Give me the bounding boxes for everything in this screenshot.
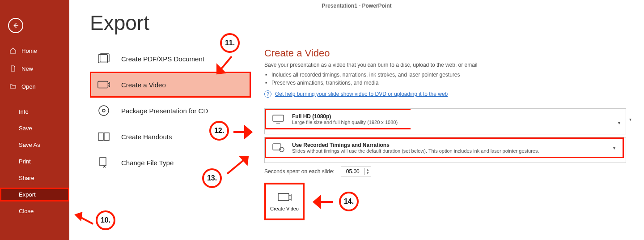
export-option-label: Create Handouts (121, 133, 172, 141)
chevron-down-icon: ▾ (618, 120, 620, 125)
timings-dropdown[interactable]: Use Recorded Timings and Narrations Slid… (265, 137, 624, 158)
home-icon (9, 47, 17, 55)
timings-title: Use Recorded Timings and Narrations (292, 142, 607, 148)
seconds-row: Seconds spent on each slide: ▲ ▼ (264, 167, 626, 176)
page-title: Export (90, 11, 626, 35)
create-video-button[interactable]: Create Video (264, 183, 305, 220)
quality-title: Full HD (1080p) (292, 113, 406, 120)
back-arrow-icon (12, 21, 20, 30)
quality-dropdown-wrap: Full HD (1080p) Large file size and full… (264, 108, 626, 134)
sidebar-item-new[interactable]: New (0, 61, 69, 76)
svg-rect-7 (100, 158, 106, 166)
new-icon (9, 64, 17, 73)
svg-rect-2 (98, 81, 108, 88)
backstage-sidebar: Home New Open Info Save Save As Print Sh… (0, 0, 69, 240)
sidebar-item-export[interactable]: Export (0, 188, 69, 201)
create-video-panel: Create a Video Save your presentation as… (264, 46, 626, 220)
main-panel: Presentation1 - PowerPoint Export Create… (69, 0, 644, 240)
svg-rect-11 (278, 193, 289, 201)
chevron-down-icon: ▾ (629, 117, 634, 122)
sidebar-item-label: Save As (19, 141, 40, 148)
seconds-label: Seconds spent on each slide: (264, 168, 335, 175)
handouts-icon (96, 130, 111, 143)
sidebar-item-label: Print (19, 158, 31, 165)
sidebar-item-home[interactable]: Home (0, 43, 69, 58)
sidebar-item-label: Save (19, 125, 32, 132)
export-option-label: Package Presentation for CD (121, 107, 208, 115)
back-button[interactable] (8, 18, 23, 33)
video-icon (96, 78, 111, 91)
panel-bullets: Includes all recorded timings, narration… (264, 72, 626, 86)
sidebar-item-save[interactable]: Save (0, 121, 69, 135)
svg-point-4 (102, 109, 105, 112)
export-option-label: Create a Video (121, 81, 166, 89)
sidebar-item-label: Share (19, 175, 34, 181)
create-video-label: Create Video (270, 206, 299, 212)
chevron-down-icon: ▾ (613, 146, 618, 150)
sidebar-item-share[interactable]: Share (0, 171, 69, 185)
spinner-down[interactable]: ▼ (365, 171, 371, 175)
sidebar-item-save-as[interactable]: Save As (0, 138, 69, 152)
help-icon: ? (264, 90, 271, 98)
cd-icon (96, 104, 111, 117)
pdf-icon (96, 52, 111, 65)
svg-point-10 (280, 147, 284, 152)
export-options: Create PDF/XPS Document Create a Video P… (90, 46, 251, 220)
export-option-change-file-type[interactable]: Change File Type (90, 150, 251, 176)
export-option-label: Create PDF/XPS Document (121, 55, 204, 63)
video-icon (277, 192, 292, 203)
quality-desc: Large file size and full high quality (1… (292, 120, 406, 125)
monitor-icon (271, 113, 286, 125)
spinner-up[interactable]: ▲ (365, 168, 371, 171)
help-row: ? Get help burning your slide show video… (264, 90, 626, 98)
panel-subtitle: Save your presentation as a video that y… (264, 62, 626, 68)
open-icon (9, 82, 17, 90)
file-type-icon (96, 156, 111, 169)
sidebar-item-label: Export (19, 191, 36, 198)
export-option-label: Change File Type (121, 159, 174, 167)
export-option-package-cd[interactable]: Package Presentation for CD (90, 98, 251, 124)
help-link[interactable]: Get help burning your slide show video t… (275, 91, 448, 97)
export-option-pdf-xps[interactable]: Create PDF/XPS Document (90, 46, 251, 72)
svg-rect-6 (104, 133, 109, 141)
svg-rect-5 (98, 133, 103, 141)
sidebar-item-label: Home (21, 47, 37, 54)
sidebar-item-label: Open (21, 83, 36, 90)
bullet-item: Preserves animations, transitions, and m… (271, 80, 626, 86)
sidebar-item-close[interactable]: Close (0, 204, 69, 218)
sidebar-item-print[interactable]: Print (0, 154, 69, 168)
sidebar-item-info[interactable]: Info (0, 105, 69, 119)
sidebar-item-label: Info (19, 108, 29, 115)
seconds-input[interactable] (341, 167, 364, 176)
export-option-handouts[interactable]: Create Handouts (90, 124, 251, 150)
bullet-item: Includes all recorded timings, narration… (271, 72, 626, 78)
seconds-spinner[interactable]: ▲ ▼ (341, 167, 371, 176)
timings-dropdown-wrap: Use Recorded Timings and Narrations Slid… (264, 137, 626, 163)
svg-rect-8 (273, 115, 284, 121)
window-title: Presentation1 - PowerPoint (69, 3, 644, 9)
quality-dropdown[interactable]: Full HD (1080p) Large file size and full… (265, 109, 411, 129)
svg-point-3 (99, 106, 109, 116)
timings-icon (271, 141, 286, 154)
sidebar-item-label: New (21, 65, 33, 72)
timings-desc: Slides without timings will use the defa… (292, 148, 607, 154)
sidebar-item-open[interactable]: Open (0, 79, 69, 94)
export-option-create-video[interactable]: Create a Video (90, 72, 251, 98)
panel-heading: Create a Video (264, 47, 626, 59)
sidebar-item-label: Close (19, 208, 34, 214)
